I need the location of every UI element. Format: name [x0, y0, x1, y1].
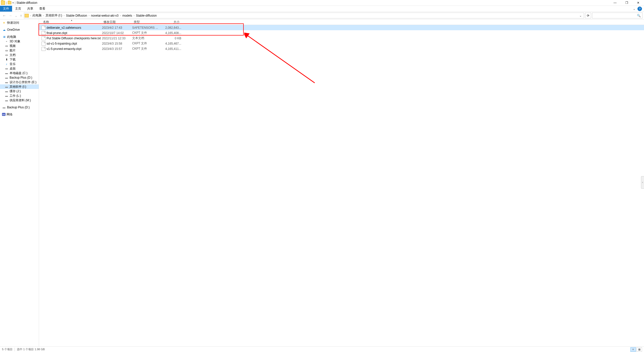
refresh-button[interactable]: ⟳ [585, 13, 591, 18]
file-row[interactable]: Put Stable Diffusion checkpoints here.tx… [39, 36, 644, 41]
drive-icon: ▬ [5, 71, 9, 75]
chevron-right-icon[interactable]: › [120, 14, 121, 17]
sidebar-item[interactable]: ▭图片 [0, 48, 39, 53]
main: ★快速访问 ☁OneDrive 🖥此电脑 ▫3D 对象 ▭视频 ▭图片 ▭文档 … [0, 19, 644, 346]
crumb[interactable]: 其他软件 (I:) [45, 13, 63, 18]
sidebar-item[interactable]: ⬇下载 [0, 57, 39, 62]
file-name: sd-v1-5-inpainting.ckpt [47, 42, 102, 45]
crumb[interactable]: 此电脑 [31, 13, 43, 18]
file-row[interactable]: v1-5-pruned-emaonly.ckpt 2023/4/3 15:57 … [39, 46, 644, 51]
ribbon-collapse-icon[interactable]: ⌄ [633, 7, 635, 11]
sidebar: ★快速访问 ☁OneDrive 🖥此电脑 ▫3D 对象 ▭视频 ▭图片 ▭文档 … [0, 19, 39, 346]
file-size: 2,082,643... [160, 26, 181, 29]
file-row[interactable]: sd-v1-5-inpainting.ckpt 2023/4/3 15:58 C… [39, 41, 644, 46]
search-input[interactable]: 🔍 [592, 13, 642, 18]
close-button[interactable]: ✕ [632, 0, 644, 6]
sidebar-label: 设计办公类软件 (E:) [10, 80, 37, 84]
nav-back-icon[interactable]: ← [3, 14, 6, 18]
status-selected: 选中 1 个项目 1.98 GB [17, 347, 45, 351]
sidebar-label: 此电脑 [7, 35, 16, 39]
view-icons-button[interactable]: ▦ [636, 347, 642, 352]
file-type: SAFETENSORS ... [132, 26, 160, 29]
sidebar-label: 工作 (L:) [10, 94, 21, 98]
sidebar-drive[interactable]: ▬设计办公类软件 (E:) [0, 80, 39, 84]
chevron-right-icon[interactable]: › [89, 14, 89, 17]
sidebar-label: 快速访问 [7, 21, 19, 25]
chevron-right-icon[interactable]: › [30, 14, 31, 17]
sidebar-drive[interactable]: ▬Backup Plus (D:) [0, 105, 39, 110]
sidebar-item[interactable]: ▫3D 对象 [0, 39, 39, 44]
window-title: Stable-diffusion [17, 1, 38, 5]
file-date: 2023/4/2 17:43 [102, 26, 132, 29]
crumb[interactable]: Stable Diffusion [65, 14, 88, 17]
minimize-button[interactable]: — [609, 0, 621, 6]
sidebar-label: OneDrive [7, 28, 20, 31]
sidebar-this-pc[interactable]: 🖥此电脑 [0, 35, 39, 39]
image-icon: ▭ [5, 49, 9, 52]
tab-home[interactable]: 主页 [12, 6, 24, 12]
nav-forward-icon[interactable]: → [9, 14, 12, 18]
sidebar-drive[interactable]: ▬缓存 (J:) [0, 89, 39, 93]
sidebar-item[interactable]: ▭桌面 [0, 66, 39, 71]
chevron-right-icon[interactable]: › [134, 14, 134, 17]
drive-icon: ▬ [5, 89, 9, 93]
column-size[interactable]: 大小 [160, 20, 181, 24]
sidebar-drive[interactable]: ▬Backup Plus (D:) [0, 75, 39, 80]
tab-view[interactable]: 查看 [36, 6, 48, 12]
crumb[interactable]: novelai-webui-aki-v3 [90, 14, 119, 17]
nav-recent-icon[interactable]: ⌄ [15, 14, 18, 18]
view-toggles: ≡ ▦ [630, 347, 642, 352]
help-icon[interactable]: ? [637, 7, 642, 11]
chevron-right-icon[interactable]: › [43, 14, 44, 17]
crumb[interactable]: Stable-diffusion [135, 14, 158, 17]
tab-file[interactable]: 文件 [0, 6, 12, 12]
crumb[interactable]: models [121, 14, 133, 17]
drive-icon: ▬ [5, 94, 9, 98]
chevron-right-icon[interactable]: › [64, 14, 64, 17]
sidebar-label: 下载 [10, 57, 16, 62]
column-label: 修改日期 [103, 20, 116, 24]
nav-up-icon[interactable]: ↑ [20, 14, 22, 18]
cloud-icon: ☁ [2, 28, 6, 31]
preview-collapse-handle[interactable]: ‹ [641, 176, 644, 189]
sidebar-label: 音乐 [10, 62, 16, 66]
breadcrumb[interactable]: › 此电脑 › 其他软件 (I:) › Stable Diffusion › n… [24, 13, 584, 18]
column-date[interactable]: 修改日期 [102, 20, 132, 24]
file-size: 4,165,467... [160, 42, 181, 45]
folder-icon [1, 1, 5, 5]
view-details-button[interactable]: ≡ [630, 347, 636, 352]
sidebar-label: 缓存 (J:) [10, 89, 21, 93]
file-row[interactable]: final-prune.ckpt 2022/10/7 14:02 CKPT 文件… [39, 30, 644, 36]
sidebar-label: 其他软件 (I:) [10, 85, 26, 89]
breadcrumb-dropdown-icon[interactable]: ⌄ [578, 14, 583, 17]
column-label: 大小 [173, 20, 180, 24]
sidebar-item[interactable]: ♪音乐 [0, 62, 39, 66]
sidebar-drive[interactable]: ▬工作 (L:) [0, 93, 39, 98]
sidebar-label: Backup Plus (D:) [10, 76, 32, 79]
folder-icon [25, 14, 29, 17]
status-separator [15, 348, 15, 351]
sidebar-drive[interactable]: ▬本地磁盘 (C:) [0, 71, 39, 75]
file-icon [42, 31, 46, 35]
maximize-button[interactable]: ❐ [621, 0, 632, 6]
document-icon: ▭ [5, 53, 9, 57]
file-date: 2023/4/3 15:57 [102, 47, 132, 51]
file-row[interactable]: deliberate_v2.safetensors 2023/4/2 17:43… [39, 25, 644, 30]
drive-icon: ▬ [2, 106, 6, 109]
file-type: 文本文档 [132, 36, 160, 40]
sidebar-quick-access[interactable]: ★快速访问 [0, 20, 39, 25]
sidebar-network[interactable]: NE网络 [0, 112, 39, 117]
sidebar-label: 桌面 [10, 67, 16, 71]
file-size: 4,165,411... [160, 47, 181, 51]
sidebar-onedrive[interactable]: ☁OneDrive [0, 27, 39, 32]
sidebar-item[interactable]: ▭视频 [0, 44, 39, 48]
sidebar-item[interactable]: ▭文档 [0, 53, 39, 57]
tab-share[interactable]: 共享 [24, 6, 36, 12]
file-type: CKPT 文件 [132, 31, 160, 35]
sidebar-drive[interactable]: ▬其他软件 (I:) [0, 84, 39, 89]
network-icon: NE [2, 113, 6, 116]
column-type[interactable]: 类型 [132, 20, 160, 24]
sidebar-drive[interactable]: ▬供应商资料 (M:) [0, 98, 39, 103]
music-icon: ♪ [5, 62, 9, 66]
column-name[interactable]: ▲名称 [42, 20, 102, 24]
